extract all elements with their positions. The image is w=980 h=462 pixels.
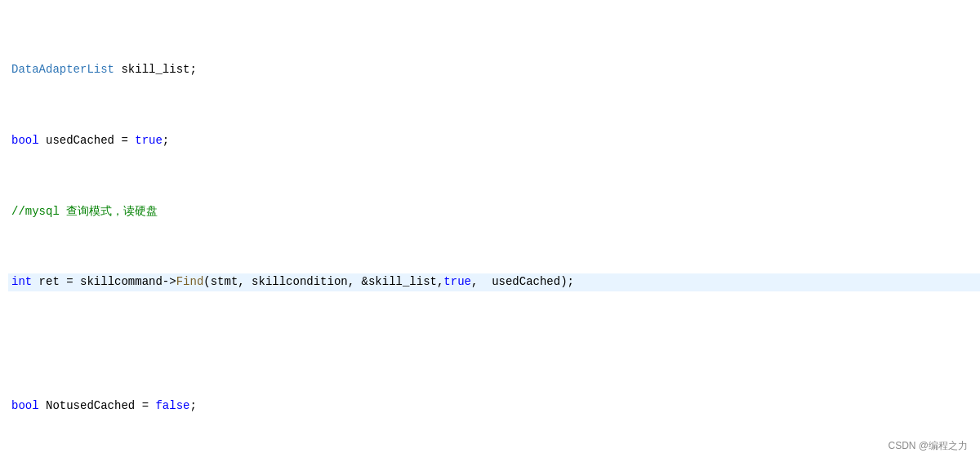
line-1: DataAdapterList skill_list; (8, 61, 980, 79)
code-content: DataAdapterList skill_list; bool usedCac… (8, 8, 980, 462)
watermark: CSDN @编程之力 (888, 438, 968, 454)
line-4: int ret = skillcommand->Find(stmt, skill… (8, 273, 980, 291)
line-6: bool NotusedCached = false; (8, 398, 980, 415)
line-2: bool usedCached = true; (8, 132, 980, 150)
line-3: //mysql 查询模式，读硬盘 (8, 203, 980, 221)
code-editor: DataAdapterList skill_list; bool usedCac… (0, 0, 980, 462)
